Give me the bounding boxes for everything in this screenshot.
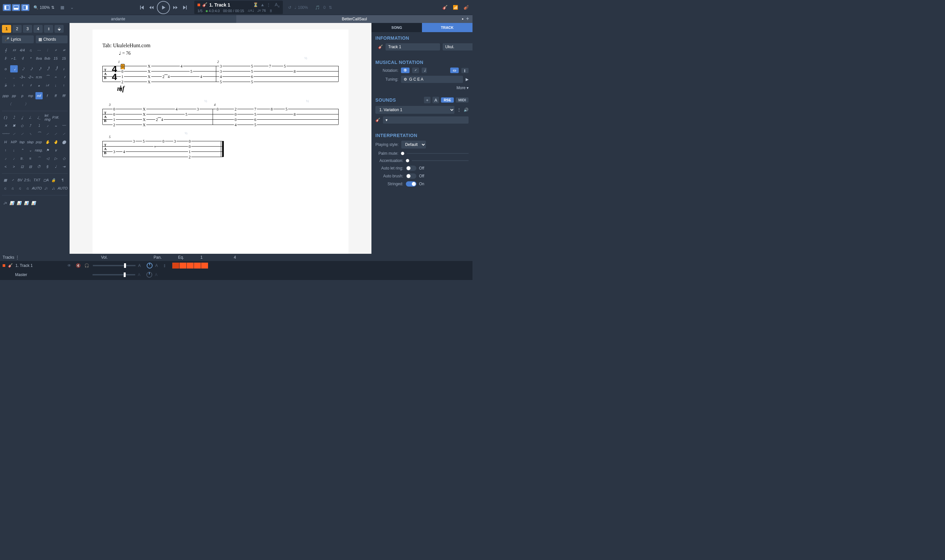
- tie-icon[interactable]: ⁀: [44, 74, 51, 81]
- repeat-alt-icon[interactable]: 𝄎: [52, 46, 59, 54]
- track-name-input[interactable]: [385, 43, 440, 51]
- double-sharp-icon[interactable]: 𝄪: [35, 82, 43, 89]
- panel-left-icon[interactable]: [3, 4, 11, 11]
- hourglass-icon[interactable]: ⏳: [253, 2, 258, 7]
- tempo-change-icon[interactable]: ♩=: [3, 199, 7, 206]
- marker-icon[interactable]: ◻A: [43, 176, 49, 184]
- upstroke-icon[interactable]: ↑: [2, 146, 9, 154]
- slash-icon[interactable]: 𝄍: [9, 176, 16, 184]
- quarter-note-icon[interactable]: 𝅘𝅥: [10, 65, 17, 72]
- slide-variant-icon[interactable]: ⟋: [52, 130, 59, 137]
- sixteenth-note-icon[interactable]: 𝅘𝅥𝅯: [27, 65, 34, 72]
- alt-ending-icon[interactable]: ⌐1.: [10, 55, 17, 62]
- metronome-icon[interactable]: ▲: [260, 2, 264, 7]
- voice-3-button[interactable]: 3: [23, 25, 32, 33]
- bar-block-1[interactable]: [172, 263, 179, 269]
- selected-fret[interactable]: 0: [121, 64, 125, 69]
- tremolo-picking-icon[interactable]: ≡: [26, 155, 34, 162]
- fade-out-icon[interactable]: ▷: [52, 155, 59, 162]
- tenuto-icon[interactable]: ♩_: [35, 114, 43, 121]
- tr-icon[interactable]: tr.: [18, 155, 26, 162]
- grace-before-icon[interactable]: 𝆔: [2, 155, 9, 162]
- voice-auto-icon[interactable]: AUTO: [58, 185, 68, 192]
- bar-block-2[interactable]: [179, 263, 187, 269]
- rest-icon[interactable]: 𝄽: [60, 74, 68, 81]
- tracks-menu-icon[interactable]: ⋮: [15, 255, 19, 260]
- eq-icon[interactable]: ⫿: [164, 263, 170, 268]
- zoom-control[interactable]: 🔍 100% ⇅: [31, 5, 56, 11]
- stem-auto-icon[interactable]: AUTO: [32, 185, 42, 192]
- vol-auto-icon[interactable]: A: [138, 263, 144, 268]
- track-row-1[interactable]: 🎸 1. Track 1 👁 🔇 🎧 A A ⫿: [0, 261, 473, 270]
- barline-icon[interactable]: 𝄀: [44, 46, 51, 54]
- chord-diagram-icon[interactable]: ▦: [2, 176, 8, 184]
- section-icon[interactable]: §: [44, 163, 51, 170]
- auto-beam-icon[interactable]: ♫: [2, 185, 8, 192]
- stem-down-icon[interactable]: ♩↓: [50, 185, 57, 192]
- score-area[interactable]: Tab: UkuleleHunt.com ♩ = 76 1 2 TAB 44 0…: [69, 23, 372, 254]
- tuning-icon[interactable]: 🎵: [315, 5, 320, 10]
- eighth-note-icon[interactable]: 𝅘𝅥𝅮: [19, 65, 26, 72]
- volume-swell-icon[interactable]: ◇: [60, 155, 68, 162]
- tuplet-2-icon[interactable]: -2¬: [27, 74, 34, 81]
- flat-icon[interactable]: ♭: [10, 82, 17, 89]
- direction-icon[interactable]: ♩: [52, 163, 59, 170]
- automation-3-icon[interactable]: 📊: [24, 199, 29, 206]
- tab-staff-1[interactable]: 1 2 TAB 44 0 0 1 2 X X X X 2⁀: [102, 66, 339, 92]
- slap-icon[interactable]: slap: [26, 138, 34, 146]
- track-bars[interactable]: [172, 263, 208, 269]
- mute-icon[interactable]: 🔇: [76, 263, 82, 268]
- automation-1-icon[interactable]: 📊: [9, 199, 14, 206]
- master-pan-auto[interactable]: A: [155, 272, 161, 277]
- more-icon[interactable]: ⋮: [267, 2, 271, 7]
- hammer-on-icon[interactable]: H: [2, 138, 9, 146]
- automation-2-icon[interactable]: 📊: [17, 199, 21, 206]
- triplet-feel-icon[interactable]: ♫: [27, 46, 34, 54]
- p-button[interactable]: p: [19, 92, 26, 99]
- tuner-icon[interactable]: 📶: [452, 4, 459, 11]
- text-icon[interactable]: TXT: [32, 176, 42, 184]
- tap-icon[interactable]: tap: [18, 138, 26, 146]
- slide-in-icon[interactable]: ⟋: [10, 130, 17, 137]
- wide-vibrato-icon[interactable]: 〰〰: [2, 130, 9, 137]
- 15ma-icon[interactable]: 15: [52, 55, 59, 62]
- note-8-icon[interactable]: ♪: [60, 65, 68, 72]
- fermata-icon[interactable]: 𝄐: [52, 74, 59, 81]
- semitone-up-icon[interactable]: ↑: [60, 82, 68, 89]
- downstroke-icon[interactable]: ↓: [10, 146, 17, 154]
- natural-icon[interactable]: ♮: [19, 82, 26, 89]
- add-tab-button[interactable]: +: [465, 16, 470, 22]
- tuning-fork-icon[interactable]: 🎚: [269, 9, 273, 13]
- automation-4-icon[interactable]: 📊: [31, 199, 36, 206]
- sharp-icon[interactable]: ♯: [27, 82, 34, 89]
- wah-icon[interactable]: ⌒: [35, 155, 43, 162]
- accent2-icon[interactable]: <: [2, 163, 9, 170]
- grid-view-icon[interactable]: ▦: [59, 4, 66, 11]
- shift-slide-icon[interactable]: ⟋: [44, 130, 51, 137]
- tab-song[interactable]: SONG: [372, 23, 422, 32]
- auto-brush-toggle[interactable]: [406, 174, 416, 179]
- midi-button[interactable]: MIDI: [456, 97, 469, 103]
- pan-auto-icon[interactable]: A: [155, 263, 161, 268]
- whole-rest-icon[interactable]: o: [2, 65, 9, 72]
- ghost-note-icon[interactable]: ( ): [2, 114, 9, 121]
- spacer-icon[interactable]: ⇥: [60, 163, 68, 170]
- pick-up-icon[interactable]: ⌃: [18, 146, 26, 154]
- project-name[interactable]: BetterCallSaul +: [236, 15, 473, 23]
- slide-out-icon[interactable]: ⟍: [26, 130, 34, 137]
- double-flat-icon[interactable]: 𝄫: [2, 82, 9, 89]
- beam-2-icon[interactable]: ♫: [17, 185, 23, 192]
- bar-block-5[interactable]: [201, 263, 208, 269]
- bar-block-4[interactable]: [194, 263, 201, 269]
- zoom-stepper-icon[interactable]: ⇅: [51, 5, 54, 10]
- lyrics-button[interactable]: 🎤Lyrics: [2, 35, 34, 43]
- tab-track[interactable]: TRACK: [422, 23, 473, 32]
- rse-button[interactable]: RSE: [441, 97, 454, 103]
- visibility-icon[interactable]: 👁: [67, 263, 73, 268]
- transpose-stepper-icon[interactable]: ⇅: [329, 5, 332, 10]
- more-button[interactable]: More ▾: [375, 86, 469, 90]
- multivoice-icon[interactable]: ⫴: [44, 25, 53, 33]
- playing-style-selector[interactable]: Default: [401, 141, 426, 149]
- rest-icon[interactable]: 𝄾: [154, 144, 155, 150]
- accent-icon[interactable]: ♩̂: [10, 114, 17, 121]
